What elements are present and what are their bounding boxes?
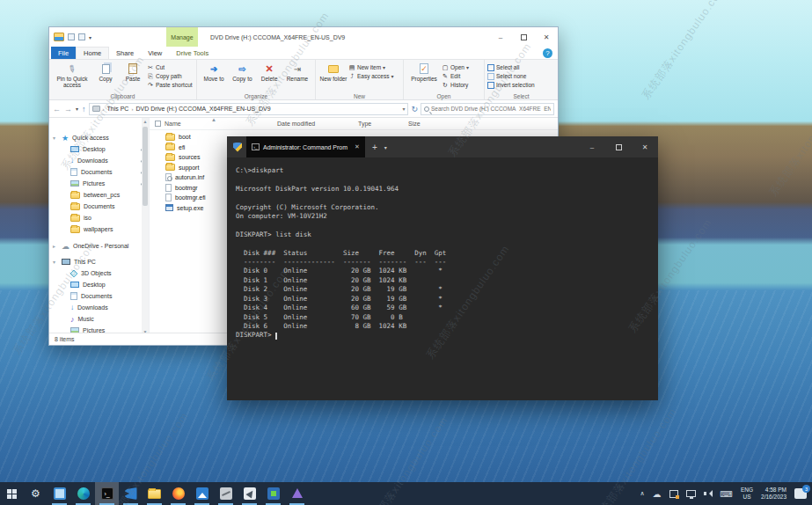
sidebar-item-onedrive[interactable]: ▸☁ OneDrive - Personal: [49, 240, 149, 252]
touch-keyboard-tray-icon[interactable]: ⌨: [721, 489, 733, 499]
terminal-tab[interactable]: ›_ Administrator: Command Prom ✕: [246, 136, 365, 157]
search-box[interactable]: [421, 103, 554, 115]
recent-locations-chevron-icon[interactable]: ▾: [76, 106, 78, 112]
select-all-button[interactable]: Select all: [487, 63, 535, 71]
scroll-up-icon[interactable]: ▲: [143, 118, 148, 125]
qat-customize-chevron-icon[interactable]: ▾: [89, 34, 91, 40]
sidebar-item-pictures[interactable]: Pictures: [49, 178, 149, 189]
help-icon[interactable]: ?: [543, 48, 552, 58]
cut-button[interactable]: ✂ Cut: [147, 63, 193, 71]
volume-tray-icon[interactable]: [704, 489, 713, 498]
sidebar-item-pc-desktop[interactable]: Desktop: [49, 279, 149, 290]
breadcrumb-this-pc[interactable]: This PC: [107, 106, 129, 112]
taskbar-edge-button[interactable]: [71, 482, 95, 505]
open-button[interactable]: ▢ Open▾: [442, 63, 469, 71]
copy-path-button[interactable]: ⎘ Copy path: [147, 72, 193, 80]
explorer-titlebar[interactable]: ▾ Manage DVD Drive (H:) CCCOMA_X64FRE_EN…: [49, 27, 558, 47]
sidebar-item-wallpapers[interactable]: wallpapers: [49, 223, 149, 235]
sidebar-item-documents-2[interactable]: Documents: [49, 201, 149, 212]
scrollbar-thumb[interactable]: [143, 127, 148, 206]
column-header-size[interactable]: Size: [408, 121, 461, 127]
tab-view[interactable]: View: [141, 47, 169, 59]
qat-new-folder-icon[interactable]: [78, 33, 85, 40]
column-header-date-modified[interactable]: Date modified: [277, 121, 358, 127]
taskbar-file-explorer-button[interactable]: [143, 482, 166, 505]
taskbar-screen-app-button[interactable]: [48, 482, 71, 505]
tab-file[interactable]: File: [51, 47, 76, 59]
rename-button[interactable]: ⇥ Rename: [282, 62, 312, 82]
taskbar-vm-app-button[interactable]: [261, 482, 285, 505]
new-item-button[interactable]: ▤ New item▾: [348, 63, 394, 71]
taskbar-photos-button[interactable]: [190, 482, 214, 505]
onedrive-tray-icon[interactable]: ☁: [653, 489, 662, 499]
qat-properties-icon[interactable]: [68, 33, 75, 40]
address-dropdown-chevron-icon[interactable]: ▾: [402, 106, 405, 112]
tray-overflow-chevron-icon[interactable]: ∧: [640, 490, 644, 497]
new-tab-button[interactable]: +: [372, 143, 377, 152]
sidebar-item-downloads[interactable]: ↓ Downloads: [49, 155, 149, 166]
taskbar-gray-app-button[interactable]: [214, 482, 238, 505]
sidebar-item-between-pcs[interactable]: between_pcs: [49, 189, 149, 201]
back-button[interactable]: ←: [53, 105, 61, 113]
network-tray-icon[interactable]: [686, 490, 696, 497]
explorer-close-button[interactable]: ✕: [535, 27, 558, 47]
copy-to-button[interactable]: ⇨ Copy to: [228, 62, 256, 82]
pin-to-quick-access-button[interactable]: ✎ Pin to Quick access: [52, 62, 92, 89]
refresh-icon[interactable]: ↻: [411, 105, 418, 113]
delete-button[interactable]: ✕ Delete: [257, 62, 282, 82]
new-folder-button[interactable]: New folder: [318, 62, 348, 82]
invert-selection-button[interactable]: Invert selection: [487, 81, 535, 89]
sidebar-item-pc-documents[interactable]: Documents: [49, 290, 149, 302]
history-button[interactable]: ↻ History: [442, 81, 469, 89]
manage-contextual-label[interactable]: Manage: [166, 27, 198, 47]
search-input[interactable]: [431, 106, 551, 112]
sidebar-scrollbar[interactable]: ▲ ▼: [142, 118, 149, 335]
edit-button[interactable]: ✎ Edit: [442, 72, 469, 80]
terminal-maximize-button[interactable]: [605, 136, 632, 157]
up-button[interactable]: ↑: [82, 105, 86, 113]
tab-dropdown-chevron-icon[interactable]: ▾: [384, 144, 387, 150]
explorer-minimize-button[interactable]: –: [489, 27, 512, 47]
sidebar-item-desktop[interactable]: Desktop: [49, 143, 149, 155]
taskbar-etcher-button[interactable]: [285, 482, 309, 505]
breadcrumb[interactable]: › This PC › DVD Drive (H:) CCCOMA_X64FRE…: [89, 103, 409, 115]
sidebar-item-music[interactable]: ♪ Music: [49, 313, 149, 325]
clock[interactable]: 4:58 PM 2/16/2023: [761, 487, 786, 501]
sidebar-item-3d-objects[interactable]: 3D Objects: [49, 267, 149, 279]
sidebar-item-this-pc[interactable]: ▾ This PC: [49, 256, 149, 267]
terminal-output-area[interactable]: C:\>diskpart Microsoft DiskPart version …: [227, 157, 658, 400]
column-header-name[interactable]: Name: [165, 121, 277, 127]
terminal-close-button[interactable]: ✕: [632, 136, 658, 157]
select-none-button[interactable]: Select none: [487, 72, 535, 80]
sidebar-item-pc-downloads[interactable]: ↓ Downloads: [49, 302, 149, 313]
taskbar-vscode-button[interactable]: [119, 482, 143, 505]
terminal-minimize-button[interactable]: –: [579, 136, 605, 157]
properties-button[interactable]: ✓ Properties: [406, 62, 442, 82]
sidebar-item-documents[interactable]: Documents: [49, 166, 149, 178]
tab-home[interactable]: Home: [76, 47, 109, 59]
tab-close-icon[interactable]: ✕: [355, 143, 360, 150]
column-header-type[interactable]: Type: [358, 121, 408, 127]
select-all-checkbox[interactable]: [155, 121, 161, 127]
taskbar-firefox-button[interactable]: [166, 482, 190, 505]
security-tray-icon[interactable]: [669, 490, 678, 498]
breadcrumb-current-folder[interactable]: DVD Drive (H:) CCCOMA_X64FRE_EN-US_DV9: [135, 106, 270, 112]
taskbar-settings-button[interactable]: ⚙: [24, 482, 48, 505]
tab-share[interactable]: Share: [109, 47, 141, 59]
forward-button[interactable]: →: [64, 105, 72, 113]
sidebar-item-quick-access[interactable]: ▾★ Quick access: [49, 132, 149, 143]
start-button[interactable]: [0, 482, 24, 505]
paste-button[interactable]: Paste: [119, 62, 147, 82]
terminal-titlebar[interactable]: ›_ Administrator: Command Prom ✕ + ▾ – ✕: [227, 136, 658, 157]
notification-center-icon[interactable]: 3: [794, 488, 807, 499]
tab-drive-tools[interactable]: Drive Tools: [169, 47, 216, 59]
copy-button[interactable]: Copy: [92, 62, 119, 82]
explorer-maximize-button[interactable]: [512, 27, 535, 47]
taskbar-terminal-button[interactable]: ›_: [95, 482, 119, 505]
taskbar-pointer-app-button[interactable]: [238, 482, 261, 505]
sidebar-item-iso[interactable]: iso: [49, 212, 149, 223]
move-to-button[interactable]: ➔ Move to: [200, 62, 228, 82]
language-indicator[interactable]: ENG US: [741, 487, 753, 501]
easy-access-button[interactable]: ⤴ Easy access▾: [348, 72, 394, 80]
paste-shortcut-button[interactable]: ↷ Paste shortcut: [147, 81, 193, 89]
